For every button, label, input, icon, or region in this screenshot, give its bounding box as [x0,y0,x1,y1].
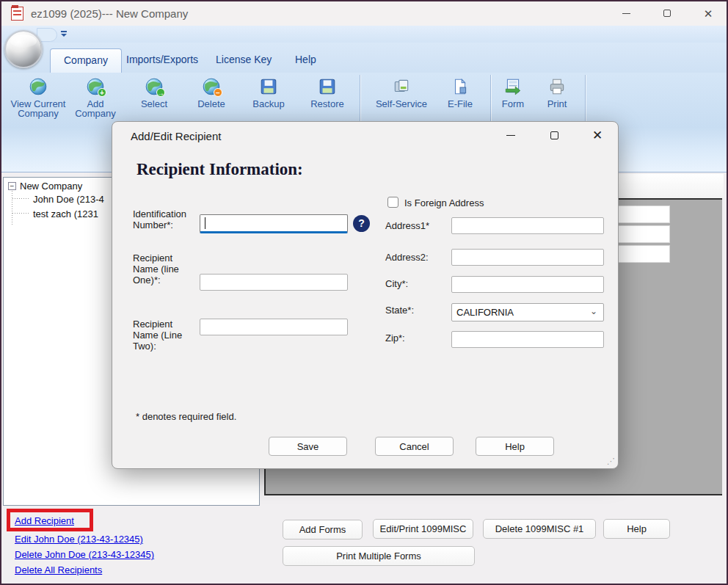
tab-license-key-label: License Key [216,54,272,65]
delete-company-button[interactable]: − Delete [183,77,239,109]
globe-add-icon: + [86,77,105,96]
minimize-button[interactable] [609,1,643,25]
maximize-icon [663,10,671,17]
tree-node-company[interactable]: New Company [20,181,82,192]
form-icon [503,77,523,96]
city-input[interactable] [451,276,604,293]
chevron-down-icon: ⌄ [590,306,597,316]
delete-all-recipients-link[interactable]: Delete All Recipients [15,564,102,575]
efile-icon [451,77,470,96]
window-title: ez1099 (2025)--- New Company [31,7,188,20]
close-icon: ✕ [704,8,713,19]
form-button[interactable]: Form [489,77,537,109]
recipient-name-one-input[interactable] [200,274,348,291]
text-caret [205,217,205,229]
globe-select-icon: → [145,77,164,96]
view-current-company-button[interactable]: View Current Company [9,77,68,118]
self-service-icon [392,77,411,96]
add-company-button[interactable]: + Add Company [69,77,122,118]
select-company-button[interactable]: → Select [126,77,182,109]
state-selected-value: CALIFORNIA [456,307,514,318]
help-button[interactable]: Help [603,519,670,539]
address1-input[interactable] [451,217,604,234]
arrow-badge-icon: → [156,88,165,97]
zip-input[interactable] [451,331,604,348]
close-icon: ✕ [592,128,603,143]
tab-company[interactable]: Company [50,48,122,73]
ribbon-button-label: View Current Company [9,99,68,118]
zip-label: Zip*: [385,333,405,344]
identification-number-input[interactable] [200,214,348,233]
identification-number-label: Identification Number*: [133,208,203,230]
ribbon-button-label: Add Company [69,99,122,118]
quick-access-toolbar [1,26,727,43]
close-button[interactable]: ✕ [691,1,725,25]
ribbon-button-label: E-File [448,99,473,109]
delete-recipient-link[interactable]: Delete John Doe (213-43-12345) [15,549,154,560]
app-logo-icon [11,7,23,21]
tree-node-recipient[interactable]: test zach (1231 [33,208,98,219]
efile-button[interactable]: E-File [436,77,484,109]
recipient-name-two-label: Recipient Name (Line Two): [133,319,199,352]
application-orb-button[interactable] [4,30,43,68]
maximize-button[interactable] [650,1,684,25]
quick-access-dropdown-icon[interactable] [60,31,68,38]
ribbon-button-label: Select [141,99,167,109]
help-icon[interactable]: ? [353,215,370,232]
tab-company-label: Company [64,54,108,66]
restore-button[interactable]: Restore [299,77,355,109]
dialog-minimize-button[interactable] [493,122,528,148]
city-label: City*: [385,278,408,289]
tree-collapse-icon[interactable]: − [8,182,16,190]
tab-imports-exports-label: Imports/Exports [126,54,198,65]
foreign-address-label: Is Foreign Address [404,197,484,208]
dialog-title: Add/Edit Recipient [131,130,221,142]
delete-1099misc-button[interactable]: Delete 1099MISC #1 [483,519,596,539]
tree-node-recipient[interactable]: John Doe (213-4 [33,194,104,205]
tab-help-label: Help [295,54,316,65]
edit-print-1099misc-button[interactable]: Edit/Print 1099MISC [373,519,473,539]
recipient-name-two-input[interactable] [200,319,348,335]
save-button[interactable]: Save [269,437,347,456]
tree-connector [12,198,30,199]
maximize-icon [550,131,558,139]
print-button[interactable]: Print [533,77,581,109]
state-label: State*: [385,305,414,316]
tree-connector [12,191,12,225]
dialog-help-button[interactable]: Help [476,437,554,456]
add-recipient-link[interactable]: Add Recipient [15,515,74,526]
add-edit-recipient-dialog: Add/Edit Recipient ✕ Recipient Informati… [112,121,619,469]
globe-delete-icon: − [202,77,221,96]
title-bar: ez1099 (2025)--- New Company ✕ [1,1,727,26]
address2-label: Address2: [385,252,429,263]
ribbon-button-label: Form [502,99,524,109]
edit-recipient-link[interactable]: Edit John Doe (213-43-12345) [15,534,143,545]
required-field-note: * denotes required field. [136,411,236,422]
address2-input[interactable] [451,249,604,266]
state-select[interactable]: CALIFORNIA ⌄ [451,303,604,321]
self-service-button[interactable]: Self-Service [367,77,436,109]
address1-label: Address1* [385,220,429,231]
dialog-maximize-button[interactable] [536,122,572,148]
cancel-button[interactable]: Cancel [375,437,454,456]
minimize-icon [622,13,630,14]
resize-grip[interactable]: ⋰ [607,457,615,466]
plus-badge-icon: + [98,88,106,97]
foreign-address-checkbox[interactable] [387,197,398,208]
print-multiple-forms-button[interactable]: Print Multiple Forms [283,546,475,566]
add-forms-button[interactable]: Add Forms [283,520,363,539]
ribbon-button-label: Print [547,99,567,109]
globe-icon [29,77,48,96]
tab-license-key[interactable]: License Key [203,48,285,73]
backup-button[interactable]: Backup [241,77,296,109]
tab-imports-exports[interactable]: Imports/Exports [113,48,211,73]
floppy-icon [259,77,278,96]
dialog-heading: Recipient Information: [136,160,303,179]
tab-help[interactable]: Help [282,48,330,73]
recipient-name-one-label: Recipient Name (line One)*: [133,252,199,286]
dialog-close-button[interactable]: ✕ [580,122,615,148]
minimize-icon [506,135,515,136]
ribbon-button-label: Delete [197,99,225,109]
minus-badge-icon: − [214,88,222,97]
ribbon-button-label: Self-Service [376,99,427,109]
